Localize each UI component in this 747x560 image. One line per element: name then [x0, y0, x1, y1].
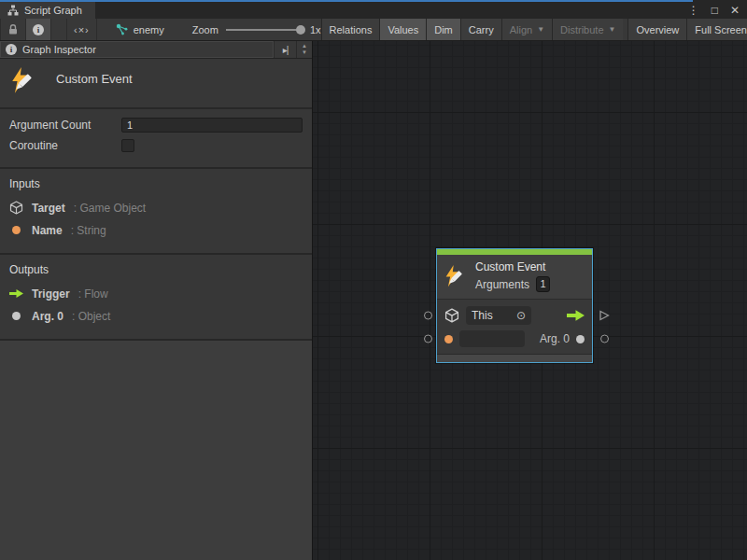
zoom-slider-handle[interactable] [296, 25, 305, 35]
chevron-down-icon: ▼ [609, 25, 616, 34]
target-dropdown[interactable]: This ⊙ [466, 306, 531, 325]
spinner-up-icon[interactable]: ▲ [302, 43, 307, 49]
argument-count-row: Argument Count [9, 117, 303, 133]
graph-canvas[interactable]: Custom Event Arguments 1 This [313, 41, 747, 560]
dim-button[interactable]: Dim [426, 19, 460, 40]
inspector-toggle-button[interactable]: i [26, 19, 51, 40]
outputs-header: Outputs [9, 263, 303, 276]
port-name: Arg. 0 [32, 310, 63, 323]
zoom-slider[interactable] [226, 29, 301, 31]
zoom-label: Zoom [192, 24, 218, 35]
inputs-section: Inputs Target : Game Object Name : Strin… [0, 169, 312, 255]
overview-button[interactable]: Overview [627, 19, 686, 40]
full-screen-label: Full Screen [695, 24, 747, 35]
flow-arrow-icon [567, 310, 585, 321]
inspector-empty-area [0, 341, 312, 560]
node-title: Custom Event [475, 260, 550, 273]
overview-label: Overview [636, 24, 679, 35]
port-row-trigger: Trigger : Flow [9, 287, 303, 301]
graph-name: enemy [134, 24, 164, 35]
inspector-header-label: i Graph Inspector [0, 41, 275, 58]
arg0-output-port[interactable] [600, 335, 609, 343]
node-footer [437, 354, 592, 362]
port-name: Name [32, 224, 63, 237]
panel-spinner[interactable]: ▲ ▼ [297, 41, 312, 58]
port-name: Trigger [32, 287, 70, 301]
port-name: Target [32, 202, 65, 215]
name-input-port[interactable] [424, 335, 432, 343]
graph-inspector-panel: i Graph Inspector ▸| ▲ ▼ Cus [0, 41, 313, 560]
node-body: This ⊙ [437, 299, 592, 354]
lock-icon [7, 23, 19, 35]
window-controls: ⋮ □ ✕ [688, 2, 740, 19]
argument-count-label: Argument Count [9, 119, 121, 132]
arguments-input[interactable]: 1 [536, 276, 550, 292]
dock-icon[interactable]: ▸| [275, 41, 297, 58]
values-label: Values [388, 24, 418, 35]
distribute-button[interactable]: Distribute ▼ [552, 19, 623, 40]
coroutine-label: Coroutine [9, 139, 121, 152]
trigger-flow-port[interactable] [599, 310, 610, 322]
outputs-section: Outputs Trigger : Flow Arg. 0 : Object [0, 255, 312, 341]
port-row-target: Target : Game Object [9, 201, 303, 215]
node-header[interactable]: Custom Event Arguments 1 [437, 255, 592, 299]
inputs-header: Inputs [9, 177, 303, 190]
port-row-arg0: Arg. 0 : Object [9, 309, 303, 323]
maximize-icon[interactable]: □ [712, 2, 718, 19]
port-type: : Game Object [74, 202, 146, 215]
trigger-output[interactable] [567, 310, 585, 321]
close-icon[interactable]: ✕ [730, 2, 740, 19]
object-picker-icon[interactable]: ⊙ [516, 309, 526, 322]
port-type: : String [71, 224, 106, 237]
align-button[interactable]: Align ▼ [501, 19, 552, 40]
tab-script-graph[interactable]: Script Graph [0, 2, 95, 19]
script-graph-window: Script Graph ⋮ □ ✕ i ‹×› [0, 0, 747, 560]
carry-label: Carry [469, 24, 494, 35]
unit-title: Custom Event [56, 72, 133, 86]
full-screen-button[interactable]: Full Screen [686, 19, 747, 40]
custom-event-node[interactable]: Custom Event Arguments 1 This [436, 248, 593, 363]
distribute-label: Distribute [560, 24, 603, 35]
port-row-name: Name : String [9, 223, 303, 237]
lock-button[interactable] [0, 19, 26, 40]
unit-title-section: Custom Event [0, 59, 312, 109]
target-port-row: This ⊙ [444, 306, 585, 325]
coroutine-checkbox[interactable] [121, 139, 134, 152]
focus-accent-line [0, 0, 693, 2]
grey-dot-icon [9, 312, 23, 320]
name-input[interactable] [459, 330, 525, 347]
titlebar: Script Graph ⋮ □ ✕ [0, 0, 747, 19]
target-input-port[interactable] [424, 312, 432, 320]
port-type: : Flow [78, 287, 108, 301]
orange-dot-icon [9, 226, 23, 234]
node-arguments-row: Arguments 1 [475, 276, 550, 292]
orange-dot-icon [444, 335, 453, 343]
graph-breadcrumb[interactable]: enemy [116, 19, 164, 40]
toolbar-buttons: Relations Values Dim Carry Align ▼ Distr… [321, 19, 747, 40]
arg0-port-row: Arg. 0 [444, 329, 585, 348]
menu-icon[interactable]: ⋮ [688, 2, 699, 19]
relations-button[interactable]: Relations [321, 19, 380, 40]
values-button[interactable]: Values [379, 19, 426, 40]
code-icon: ‹×› [74, 24, 90, 35]
zoom-value: 1x [310, 24, 321, 35]
align-label: Align [510, 24, 532, 35]
spinner-down-icon[interactable]: ▼ [302, 49, 307, 56]
main-area: i Graph Inspector ▸| ▲ ▼ Cus [0, 41, 747, 560]
tab-title: Script Graph [24, 5, 82, 16]
node-header-text: Custom Event Arguments 1 [475, 260, 550, 292]
connection-values-button[interactable]: ‹×› [66, 19, 97, 40]
zoom-cluster: Zoom 1x [192, 19, 321, 40]
arguments-label: Arguments [475, 278, 529, 291]
coroutine-row: Coroutine [9, 137, 303, 154]
carry-button[interactable]: Carry [460, 19, 501, 40]
custom-event-icon [9, 67, 37, 95]
toolbar: i ‹×› enemy Zoom 1x Relations [0, 19, 747, 41]
custom-event-icon [444, 265, 467, 288]
chevron-down-icon: ▼ [537, 25, 544, 34]
port-type: : Object [72, 310, 110, 323]
inspector-header: i Graph Inspector ▸| ▲ ▼ [0, 41, 312, 59]
argument-count-input[interactable] [121, 118, 303, 133]
info-icon: i [33, 24, 44, 35]
inspector-title: Graph Inspector [22, 44, 96, 55]
